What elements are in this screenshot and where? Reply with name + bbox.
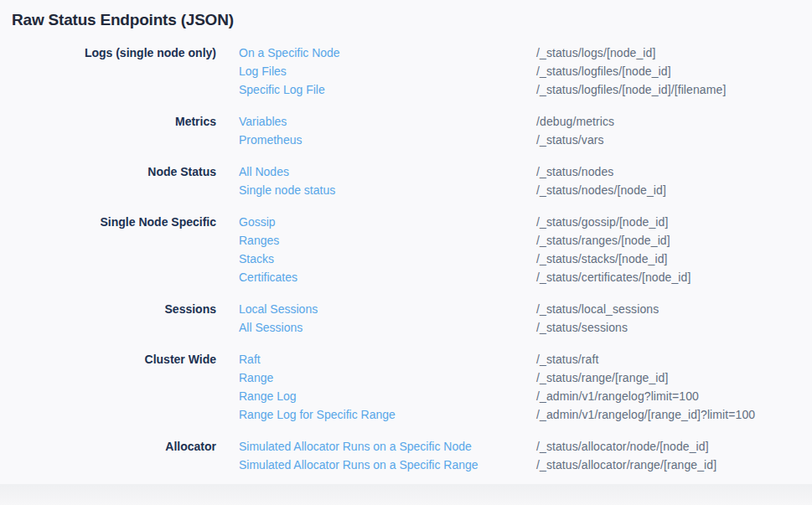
endpoint-row: Simulated Allocator Runs on a Specific R… (216, 456, 716, 474)
endpoint-row: Specific Log File /_status/logfiles/[nod… (216, 80, 726, 99)
category-label: Cluster Wide (0, 350, 216, 368)
category-label: Node Status (0, 162, 216, 181)
endpoint-path: /_status/nodes/[node_id] (536, 181, 666, 199)
endpoint-rows: Local Sessions /_status/local_sessions A… (216, 300, 659, 337)
endpoint-row: All Nodes /_status/nodes (216, 162, 666, 181)
page-title: Raw Status Endpoints (JSON) (0, 0, 812, 29)
endpoint-link[interactable]: Ranges (239, 231, 536, 250)
endpoint-row: Stacks /_status/stacks/[node_id] (216, 250, 690, 268)
endpoint-rows: Raft /_status/raft Range /_status/range/… (216, 350, 755, 424)
endpoint-path: /_status/logfiles/[node_id]/[filename] (536, 80, 726, 99)
endpoint-path: /_status/sessions (536, 318, 628, 337)
endpoint-path: /debug/metrics (536, 112, 614, 131)
endpoints-table: Logs (single node only) On a Specific No… (0, 44, 812, 474)
endpoint-row: Single node status /_status/nodes/[node_… (216, 181, 666, 199)
endpoint-link[interactable]: Gossip (239, 213, 536, 231)
endpoint-section: Allocator Simulated Allocator Runs on a … (0, 437, 812, 474)
endpoint-path: /_status/ranges/[node_id] (536, 231, 670, 250)
category-label: Single Node Specific (0, 213, 216, 231)
endpoint-path: /_status/allocator/node/[node_id] (536, 437, 709, 456)
endpoint-link[interactable]: All Sessions (239, 318, 536, 337)
endpoint-section: Sessions Local Sessions /_status/local_s… (0, 300, 812, 337)
endpoint-row: Ranges /_status/ranges/[node_id] (216, 231, 690, 250)
endpoint-path: /_status/logs/[node_id] (536, 44, 655, 62)
endpoint-link[interactable]: Specific Log File (239, 80, 536, 99)
endpoint-row: Simulated Allocator Runs on a Specific N… (216, 437, 716, 456)
endpoint-row: Raft /_status/raft (216, 350, 755, 368)
endpoint-link[interactable]: Variables (239, 112, 536, 131)
category-label: Allocator (0, 437, 216, 456)
endpoint-path: /_status/stacks/[node_id] (536, 250, 668, 268)
endpoint-link[interactable]: Range Log (239, 387, 536, 405)
endpoint-path: /_status/range/[range_id] (536, 368, 668, 387)
endpoint-path: /_status/raft (536, 350, 598, 368)
endpoint-rows: Gossip /_status/gossip/[node_id] Ranges … (216, 213, 690, 286)
endpoint-rows: Simulated Allocator Runs on a Specific N… (216, 437, 716, 474)
endpoint-link[interactable]: All Nodes (239, 162, 536, 181)
endpoint-path: /_status/local_sessions (536, 300, 659, 318)
debug-endpoints-page: Raw Status Endpoints (JSON) Logs (single… (0, 0, 812, 505)
endpoint-link[interactable]: Simulated Allocator Runs on a Specific N… (239, 437, 536, 456)
endpoint-section: Single Node Specific Gossip /_status/gos… (0, 213, 812, 286)
endpoint-link[interactable]: Range Log for Specific Range (239, 405, 536, 424)
category-label: Sessions (0, 300, 216, 318)
endpoint-path: /_status/allocator/range/[range_id] (536, 456, 716, 474)
endpoint-section: Logs (single node only) On a Specific No… (0, 44, 812, 99)
endpoint-link[interactable]: Certificates (239, 268, 536, 286)
endpoint-link[interactable]: Stacks (239, 250, 536, 268)
endpoint-rows: Variables /debug/metrics Prometheus /_st… (216, 112, 614, 149)
endpoint-row: On a Specific Node /_status/logs/[node_i… (216, 44, 726, 62)
category-label: Metrics (0, 112, 216, 131)
endpoint-row: Prometheus /_status/vars (216, 131, 614, 149)
endpoint-row: Range Log for Specific Range /_admin/v1/… (216, 405, 755, 424)
endpoint-link[interactable]: Raft (239, 350, 536, 368)
endpoint-path: /_admin/v1/rangelog/[range_id]?limit=100 (536, 405, 755, 424)
endpoint-path: /_status/certificates/[node_id] (536, 268, 690, 286)
endpoint-row: Range Log /_admin/v1/rangelog?limit=100 (216, 387, 755, 405)
endpoint-rows: All Nodes /_status/nodes Single node sta… (216, 162, 666, 199)
endpoint-row: Variables /debug/metrics (216, 112, 614, 131)
endpoint-row: Log Files /_status/logfiles/[node_id] (216, 62, 726, 80)
endpoint-path: /_admin/v1/rangelog?limit=100 (536, 387, 699, 405)
endpoint-link[interactable]: On a Specific Node (239, 44, 536, 62)
endpoint-link[interactable]: Prometheus (239, 131, 536, 149)
endpoint-link[interactable]: Local Sessions (239, 300, 536, 318)
endpoint-rows: On a Specific Node /_status/logs/[node_i… (216, 44, 726, 99)
endpoint-row: Certificates /_status/certificates/[node… (216, 268, 690, 286)
endpoint-link[interactable]: Range (239, 368, 536, 387)
endpoint-row: Range /_status/range/[range_id] (216, 368, 755, 387)
endpoint-section: Metrics Variables /debug/metrics Prometh… (0, 112, 812, 149)
endpoint-path: /_status/vars (536, 131, 604, 149)
endpoint-section: Node Status All Nodes /_status/nodes Sin… (0, 162, 812, 199)
endpoint-link[interactable]: Single node status (239, 181, 536, 199)
endpoint-path: /_status/gossip/[node_id] (536, 213, 668, 231)
endpoint-link[interactable]: Simulated Allocator Runs on a Specific R… (239, 456, 536, 474)
endpoint-path: /_status/logfiles/[node_id] (536, 62, 671, 80)
endpoint-row: All Sessions /_status/sessions (216, 318, 659, 337)
endpoint-row: Local Sessions /_status/local_sessions (216, 300, 659, 318)
endpoint-section: Cluster Wide Raft /_status/raft Range /_… (0, 350, 812, 424)
category-label: Logs (single node only) (0, 44, 216, 62)
endpoint-row: Gossip /_status/gossip/[node_id] (216, 213, 690, 231)
endpoint-path: /_status/nodes (536, 162, 613, 181)
endpoint-link[interactable]: Log Files (239, 62, 536, 80)
footer-bar (0, 484, 812, 505)
